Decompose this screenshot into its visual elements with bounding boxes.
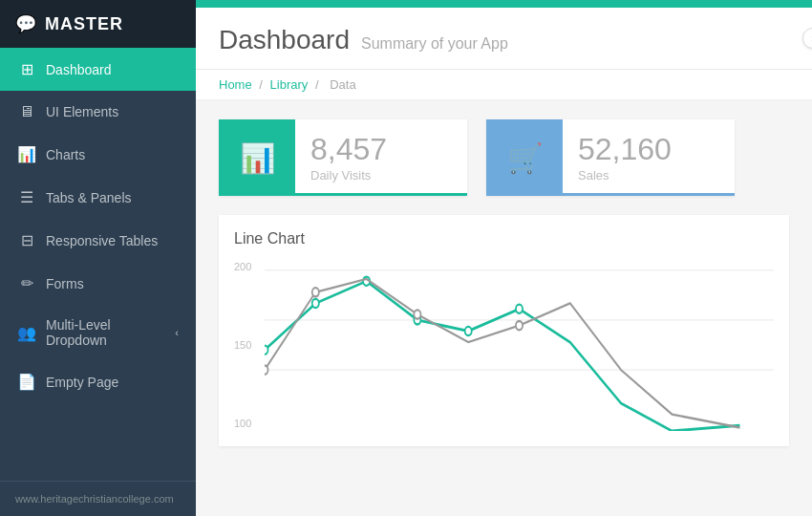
line-chart-svg [265,259,774,431]
stat-label-sales: Sales [578,168,672,183]
breadcrumb-current: Data [330,77,355,92]
stats-row: 📊 8,457 Daily Visits 🛒 52,160 Sales [196,100,812,205]
logo-icon: 💬 [15,13,37,34]
chart-title: Line Chart [234,230,774,247]
y-label-150: 150 [234,339,263,351]
sidebar-label-charts: Charts [46,147,85,162]
sidebar-icon-responsive-tables: ⊟ [17,231,36,249]
sidebar-label-dashboard: Dashboard [46,62,112,77]
content-area: › Dashboard Summary of your App Home / L… [196,8,812,516]
sidebar-icon-empty-page: 📄 [17,373,36,391]
breadcrumb-home[interactable]: Home [219,77,252,92]
sidebar-item-dashboard[interactable]: ⊞ Dashboard [0,48,196,91]
sidebar-footer: www.heritagechristiancollege.com [0,481,196,516]
sidebar-item-responsive-tables[interactable]: ⊟ Responsive Tables [0,219,196,262]
chart-dot-gray-1 [265,365,268,374]
stat-bar-daily-visits [219,193,467,196]
sidebar-item-multi-level[interactable]: 👥 Multi-Level Dropdown ‹ [0,305,196,360]
sidebar: 💬 MASTER ⊞ Dashboard 🖥 UI Elements 📊 Cha… [0,0,196,516]
page-header: › Dashboard Summary of your App [196,8,812,70]
stat-info-daily-visits: 8,457 Daily Visits [295,124,402,192]
top-bar [196,0,812,8]
y-label-200: 200 [234,261,263,272]
app-logo: 💬 MASTER [0,0,196,48]
stat-number-sales: 52,160 [578,134,672,164]
logo-text: MASTER [45,14,123,34]
chart-line-gray [265,279,739,428]
chart-line-teal [265,281,739,431]
stat-icon-sales: 🛒 [486,119,563,196]
chart-dot-gray-4 [516,321,523,330]
sidebar-label-responsive-tables: Responsive Tables [46,233,158,248]
main-content: › Dashboard Summary of your App Home / L… [196,0,812,516]
sidebar-label-multi-level: Multi-Level Dropdown [46,317,165,348]
sidebar-icon-charts: 📊 [17,145,36,163]
sidebar-icon-forms: ✏ [17,274,36,292]
sidebar-icon-tabs-panels: ☰ [17,188,36,206]
breadcrumb: Home / Library / Data [196,70,812,100]
sidebar-chevron-multi-level: ‹ [175,327,179,338]
stat-card-daily-visits: 📊 8,457 Daily Visits [219,119,467,196]
chart-dot-teal-6 [516,305,523,313]
page-subtitle: Summary of your App [361,35,508,53]
chart-section: Line Chart [219,215,789,446]
page-title: Dashboard [219,25,350,55]
sidebar-item-charts[interactable]: 📊 Charts [0,133,196,176]
sidebar-item-empty-page[interactable]: 📄 Empty Page [0,360,196,403]
chart-container: 200 150 100 [234,259,774,431]
stat-icon-daily-visits: 📊 [219,119,295,196]
sidebar-item-forms[interactable]: ✏ Forms [0,262,196,305]
sidebar-label-empty-page: Empty Page [46,375,118,390]
chart-dot-gray-2 [312,288,319,296]
breadcrumb-library[interactable]: Library [270,77,309,92]
chart-dot-teal-1 [265,346,268,355]
stat-card-sales: 🛒 52,160 Sales [486,119,735,196]
breadcrumb-sep-1: / [259,77,266,92]
sidebar-nav: ⊞ Dashboard 🖥 UI Elements 📊 Charts ☰ Tab… [0,48,196,481]
chart-dot-teal-2 [312,299,319,308]
sidebar-icon-dashboard: ⊞ [17,60,36,78]
y-label-100: 100 [234,418,263,429]
chart-dot-gray-3 [414,310,420,318]
sidebar-label-ui-elements: UI Elements [46,104,118,119]
stat-number-daily-visits: 8,457 [310,134,387,164]
sidebar-label-tabs-panels: Tabs & Panels [46,190,132,205]
sidebar-icon-ui-elements: 🖥 [17,103,36,120]
sidebar-item-tabs-panels[interactable]: ☰ Tabs & Panels [0,176,196,219]
sidebar-icon-multi-level: 👥 [17,324,36,342]
stat-info-sales: 52,160 Sales [563,124,687,192]
sidebar-label-forms: Forms [46,276,84,291]
sidebar-toggle-button[interactable]: › [802,28,812,49]
chart-dot-teal-5 [465,327,472,335]
sidebar-item-ui-elements[interactable]: 🖥 UI Elements [0,91,196,133]
stat-bar-sales [486,193,735,196]
breadcrumb-sep-2: / [315,77,322,92]
stat-label-daily-visits: Daily Visits [310,168,387,183]
